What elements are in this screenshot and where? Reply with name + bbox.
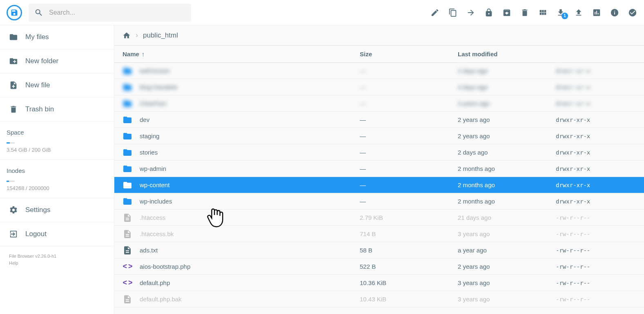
file-name: default.php.bak [140,296,182,303]
file-permissions: drwxr-xr-x [556,133,590,139]
file-name: dev [140,116,149,123]
table-row[interactable]: stories—2 days agodrwxr-xr-x [114,144,644,161]
sidebar-item-new-file[interactable]: New file [0,73,114,97]
file-size: 714 B [360,230,376,237]
file-modified: a year ago [458,247,487,254]
table-row[interactable]: blog-Danakite—4 days agodrwxr-xr-x [114,79,644,95]
file-name: stories [140,149,158,156]
main-content: › public_html Name↑ Size Last modified w… [114,25,644,314]
edit-button[interactable] [430,8,440,18]
folder-icon [9,33,18,42]
move-button[interactable] [466,8,476,18]
file-modified: 2 months ago [458,181,495,188]
file-modified: 3 years ago [458,279,490,286]
table-row[interactable]: staging—2 years agodrwxr-xr-x [114,128,644,144]
file-name: wp-includes [140,198,172,205]
breadcrumb: › public_html [114,25,644,45]
column-header-permissions [549,46,644,63]
table-row[interactable]: well-known—2 days agodrwxr-xr-x [114,63,644,79]
sidebar-item-my-files[interactable]: My files [0,25,114,49]
file-size: — [360,67,366,74]
download-button[interactable]: 1 [556,8,566,18]
file-modified: 2 days ago [458,67,488,74]
info-button[interactable] [610,8,619,18]
create-folder-icon [9,57,18,66]
space-usage: 3.54 GiB / 200 GiB [0,144,114,160]
inodes-label: Inodes [0,160,114,177]
file-size: — [360,198,366,205]
sidebar-item-label: Trash bin [25,105,54,113]
file-name: wp-admin [140,165,166,172]
table-row[interactable]: ClearFact—3 years agodrwxr-xr-x [114,95,644,112]
sidebar-item-logout[interactable]: Logout [0,222,114,246]
column-header-modified[interactable]: Last modified [451,46,549,63]
file-modified: 21 days ago [458,214,491,221]
file-permissions: -rw-r--r-- [556,263,590,270]
file-modified: 3 years ago [458,230,490,237]
file-permissions: -rw-r--r-- [556,280,590,286]
file-size: 2.79 KiB [360,214,383,221]
header: 1 [0,0,644,25]
upload-button[interactable] [574,8,584,18]
file-name: ads.txt [140,247,158,254]
sidebar-item-label: My files [25,33,49,41]
download-badge: 1 [562,13,568,19]
file-size: — [360,181,366,188]
sort-asc-icon: ↑ [142,51,145,57]
help-link[interactable]: Help [9,260,105,267]
file-permissions: drwxr-xr-x [556,68,590,74]
file-permissions: drwxr-xr-x [556,182,590,188]
file-modified: 2 days ago [458,149,488,156]
stats-button[interactable] [592,8,602,18]
permissions-button[interactable] [484,8,494,18]
table-row[interactable]: wp-includes—2 months agodrwxr-xr-x [114,193,644,210]
file-name: .htaccess.bk [140,230,174,237]
file-permissions: -rw-r--r-- [556,231,590,237]
archive-button[interactable] [502,8,512,18]
file-size: 522 B [360,263,376,270]
search-box[interactable] [29,4,191,22]
home-icon[interactable] [123,31,131,40]
search-input[interactable] [49,9,185,16]
breadcrumb-current[interactable]: public_html [143,31,178,40]
sidebar-item-label: New file [25,81,50,89]
file-modified: 4 days ago [458,84,488,91]
file-name: default.php [140,279,170,286]
copy-button[interactable] [448,8,458,18]
sidebar-item-new-folder[interactable]: New folder [0,49,114,73]
view-grid-button[interactable] [538,8,548,18]
table-row[interactable]: .htaccess.bk714 B3 years ago-rw-r--r-- [114,226,644,242]
file-modified: 2 years ago [458,263,490,270]
column-header-size[interactable]: Size [353,46,451,63]
table-row[interactable]: < >aios-bootstrap.php522 B2 years ago-rw… [114,259,644,275]
table-row[interactable]: dev—2 years agodrwxr-xr-x [114,112,644,128]
file-name: wp-content [140,181,169,188]
table-row[interactable]: default.php.bak10.43 KiB3 years ago-rw-r… [114,291,644,307]
file-size: 10.36 KiB [360,279,386,286]
file-name: ClearFact [140,100,166,107]
sidebar-item-label: Logout [25,230,47,238]
column-header-name[interactable]: Name↑ [114,46,353,63]
trash-icon [9,105,18,114]
file-permissions: -rw-r--r-- [556,214,590,221]
select-all-button[interactable] [628,8,637,18]
search-icon [34,8,43,17]
save-icon [10,9,18,17]
sidebar-item-settings[interactable]: Settings [0,198,114,222]
table-row[interactable]: wp-admin—2 months agodrwxr-xr-x [114,161,644,177]
file-permissions: drwxr-xr-x [556,117,590,123]
table-row[interactable]: ads.txt58 Ba year ago-rw-r--r-- [114,242,644,259]
delete-button[interactable] [520,8,530,18]
sidebar-item-label: New folder [25,57,58,65]
header-actions: 1 [430,8,637,18]
file-modified: 2 months ago [458,198,495,205]
table-row[interactable]: wp-content—2 months agodrwxr-xr-x [114,177,644,193]
sidebar-item-trash[interactable]: Trash bin [0,97,114,122]
file-permissions: drwxr-xr-x [556,84,590,91]
file-size: — [360,100,366,107]
app-logo[interactable] [7,5,22,20]
table-row[interactable]: < >default.php10.36 KiB3 years ago-rw-r-… [114,275,644,291]
chevron-right-icon: › [136,31,138,40]
table-row[interactable]: .htaccess2.79 KiB21 days ago-rw-r--r-- [114,210,644,226]
file-size: 58 B [360,247,372,254]
